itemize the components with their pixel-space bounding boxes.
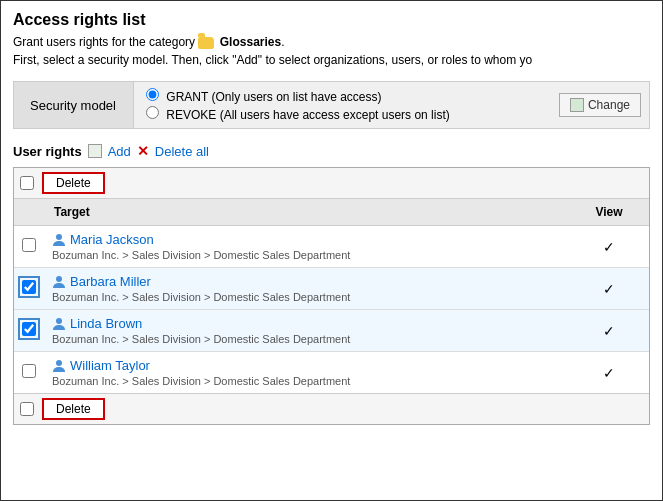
row-target-cell: Maria JacksonBozuman Inc. > Sales Divisi… xyxy=(44,226,569,268)
delete-button-top[interactable]: Delete xyxy=(42,172,105,194)
user-org: Bozuman Inc. > Sales Division > Domestic… xyxy=(52,375,561,387)
page-title: Access rights list xyxy=(13,11,650,29)
delete-all-link[interactable]: Delete all xyxy=(155,144,209,159)
user-name-link-2[interactable]: Linda Brown xyxy=(52,316,561,331)
svg-point-2 xyxy=(56,318,62,324)
user-rights-bar: User rights Add ✕ Delete all xyxy=(13,143,650,159)
user-icon xyxy=(52,233,66,247)
access-rights-table: Target View Maria JacksonBozuman Inc. > … xyxy=(14,199,649,393)
table-row: Linda BrownBozuman Inc. > Sales Division… xyxy=(14,310,649,352)
col-checkbox xyxy=(14,199,44,226)
row-checkbox-1[interactable] xyxy=(22,280,36,294)
delete-x-icon: ✕ xyxy=(137,143,149,159)
security-model-label: Security model xyxy=(14,82,134,128)
user-rights-edit-icon xyxy=(88,144,102,158)
row-checkbox-0[interactable] xyxy=(22,238,36,252)
row-target-cell: Linda BrownBozuman Inc. > Sales Division… xyxy=(44,310,569,352)
user-org: Bozuman Inc. > Sales Division > Domestic… xyxy=(52,333,561,345)
add-link[interactable]: Add xyxy=(108,144,131,159)
revoke-radio[interactable] xyxy=(146,106,159,119)
delete-button-bottom[interactable]: Delete xyxy=(42,398,105,420)
grant-option[interactable]: GRANT (Only users on list have access) xyxy=(146,88,547,104)
select-all-checkbox-bottom[interactable] xyxy=(20,402,34,416)
table-header-row: Target View xyxy=(14,199,649,226)
folder-icon xyxy=(198,37,214,49)
security-model-box: Security model GRANT (Only users on list… xyxy=(13,81,650,129)
user-name-link-1[interactable]: Barbara Miller xyxy=(52,274,561,289)
col-view-header: View xyxy=(569,199,649,226)
table-row: Barbara MillerBozuman Inc. > Sales Divis… xyxy=(14,268,649,310)
change-button[interactable]: Change xyxy=(559,93,641,117)
row-checkbox-cell xyxy=(14,310,44,352)
page-description: Grant users rights for the category Glos… xyxy=(13,33,650,69)
user-name-link-3[interactable]: William Taylor xyxy=(52,358,561,373)
row-view-cell: ✓ xyxy=(569,226,649,268)
access-rights-table-container: Delete Target View Maria JacksonBozuman … xyxy=(13,167,650,425)
table-body: Maria JacksonBozuman Inc. > Sales Divisi… xyxy=(14,226,649,394)
edit-icon xyxy=(570,98,584,112)
svg-point-1 xyxy=(56,276,62,282)
svg-point-0 xyxy=(56,234,62,240)
row-target-cell: William TaylorBozuman Inc. > Sales Divis… xyxy=(44,352,569,394)
top-toolbar: Delete xyxy=(14,168,649,199)
row-checkbox-3[interactable] xyxy=(22,364,36,378)
svg-point-3 xyxy=(56,360,62,366)
row-target-cell: Barbara MillerBozuman Inc. > Sales Divis… xyxy=(44,268,569,310)
bottom-toolbar: Delete xyxy=(14,393,649,424)
row-checkbox-2[interactable] xyxy=(22,322,36,336)
user-org: Bozuman Inc. > Sales Division > Domestic… xyxy=(52,291,561,303)
row-checkbox-cell xyxy=(14,268,44,310)
select-all-checkbox-top[interactable] xyxy=(20,176,34,190)
user-rights-label: User rights xyxy=(13,144,82,159)
table-row: William TaylorBozuman Inc. > Sales Divis… xyxy=(14,352,649,394)
row-view-cell: ✓ xyxy=(569,310,649,352)
security-model-options: GRANT (Only users on list have access) R… xyxy=(134,82,559,128)
revoke-option[interactable]: REVOKE (All users have access except use… xyxy=(146,106,547,122)
row-checkbox-cell xyxy=(14,352,44,394)
user-name-link-0[interactable]: Maria Jackson xyxy=(52,232,561,247)
user-icon xyxy=(52,275,66,289)
row-checkbox-cell xyxy=(14,226,44,268)
row-view-cell: ✓ xyxy=(569,352,649,394)
user-icon xyxy=(52,359,66,373)
user-icon xyxy=(52,317,66,331)
row-view-cell: ✓ xyxy=(569,268,649,310)
col-target-header: Target xyxy=(44,199,569,226)
table-row: Maria JacksonBozuman Inc. > Sales Divisi… xyxy=(14,226,649,268)
user-org: Bozuman Inc. > Sales Division > Domestic… xyxy=(52,249,561,261)
grant-radio[interactable] xyxy=(146,88,159,101)
